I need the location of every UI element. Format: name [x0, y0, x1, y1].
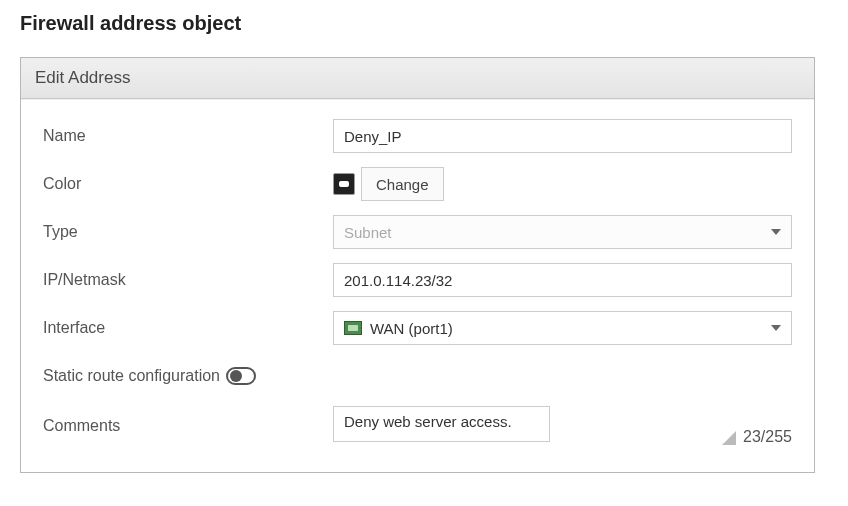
label-type: Type: [43, 223, 333, 241]
row-color: Color Change: [43, 166, 792, 202]
row-type: Type Subnet: [43, 214, 792, 250]
static-route-toggle[interactable]: [226, 367, 256, 385]
row-interface: Interface WAN (port1): [43, 310, 792, 346]
page-title: Firewall address object: [20, 12, 828, 35]
comments-char-count: 23/255: [743, 428, 792, 446]
label-color: Color: [43, 175, 333, 193]
label-interface: Interface: [43, 319, 333, 337]
edit-address-panel: Edit Address Name Color Change Type Subn…: [20, 57, 815, 473]
type-select[interactable]: Subnet: [333, 215, 792, 249]
interface-select-value: WAN (port1): [370, 320, 453, 337]
label-comments: Comments: [43, 417, 333, 435]
name-input[interactable]: [333, 119, 792, 153]
interface-wan-icon: [344, 321, 362, 335]
label-name: Name: [43, 127, 333, 145]
label-ip-netmask: IP/Netmask: [43, 271, 333, 289]
comments-input[interactable]: [333, 406, 550, 442]
row-ip-netmask: IP/Netmask: [43, 262, 792, 298]
chevron-down-icon: [771, 325, 781, 331]
row-name: Name: [43, 118, 792, 154]
label-static-route: Static route configuration: [43, 367, 333, 385]
panel-body: Name Color Change Type Subnet IP/Netmask: [21, 99, 814, 472]
row-static-route: Static route configuration: [43, 358, 792, 394]
change-color-button[interactable]: Change: [361, 167, 444, 201]
ip-netmask-input[interactable]: [333, 263, 792, 297]
color-swatch-icon[interactable]: [333, 173, 355, 195]
chevron-down-icon: [771, 229, 781, 235]
resize-handle-icon[interactable]: [722, 431, 736, 445]
row-comments: Comments 23/255: [43, 406, 792, 446]
type-select-value: Subnet: [344, 224, 392, 241]
interface-select[interactable]: WAN (port1): [333, 311, 792, 345]
panel-header: Edit Address: [21, 58, 814, 99]
